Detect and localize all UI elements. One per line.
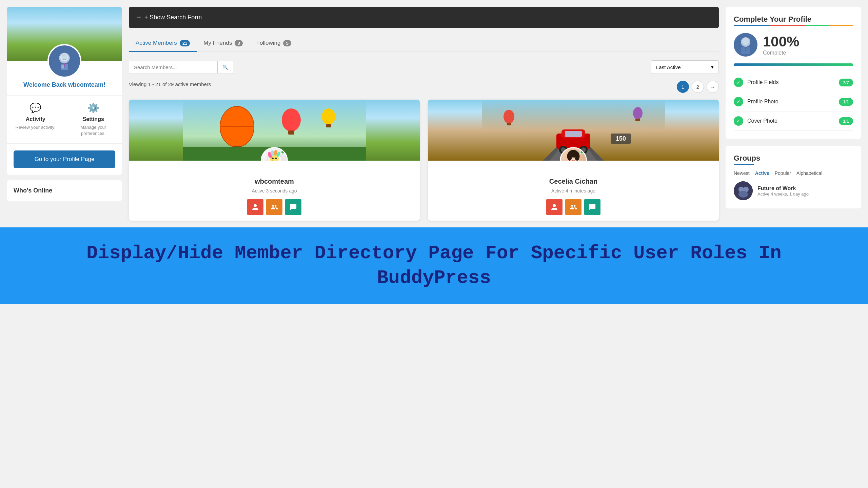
svg-point-49 (567, 152, 572, 161)
completion-text: 100% Complete (763, 34, 799, 56)
left-sidebar: Welcome Back wbcomteam! 💬 Activity Revie… (7, 7, 122, 221)
sort-label: Last Active (656, 64, 681, 70)
activity-icon: 💬 (10, 102, 61, 114)
group-active-1: Active 4 weeks, 1 day ago (757, 191, 809, 197)
group-info-1: Future of Work Active 4 weeks, 1 day ago (757, 185, 809, 197)
check-icon-1: ✓ (734, 78, 743, 87)
members-tabs: Active Members 21 My Friends 3 Following… (129, 35, 719, 52)
groups-tab-popular[interactable]: Popular (775, 170, 791, 176)
groups-tab-newest[interactable]: Newest (734, 170, 750, 176)
active-members-badge: 21 (180, 40, 190, 46)
checklist-cover-photo: ✓ Cover Photo 1/1 (734, 111, 853, 131)
member-name-2: Cecelia Cichan (433, 178, 713, 185)
member-friends-button-1[interactable] (266, 199, 282, 215)
svg-point-27 (275, 158, 277, 160)
checklist-badge-3: 1/1 (839, 117, 853, 125)
tab-my-friends[interactable]: My Friends 3 (197, 35, 249, 52)
checklist-label-3: Cover Photo (747, 118, 777, 124)
goto-profile-button[interactable]: Go to your Profile Page (14, 150, 115, 168)
svg-rect-46 (635, 119, 640, 121)
svg-point-55 (742, 38, 749, 45)
profile-checklist: ✓ Profile Fields 7/7 ✓ Profile Photo 1/1… (734, 73, 853, 131)
search-button[interactable]: 🔍 (217, 61, 233, 73)
member-message-button-2[interactable] (584, 199, 600, 215)
member-active-1: Active 3 seconds ago (134, 188, 414, 194)
member-message-button-1[interactable] (285, 199, 301, 215)
member-name-1: wbcomteam (134, 178, 414, 185)
member-active-2: Active 4 minutes ago (433, 188, 713, 194)
member-card-body-2: Cecelia Cichan Active 4 minutes ago (428, 161, 719, 221)
bottom-banner-text: Display/Hide Member Directory Page For S… (7, 241, 861, 290)
complete-profile-card: Complete Your Profile 100% Complete (726, 7, 861, 139)
svg-point-43 (504, 110, 514, 123)
progress-bar-wrap (734, 63, 853, 66)
svg-rect-18 (326, 124, 331, 127)
tab-following[interactable]: Following 5 (250, 35, 298, 52)
svg-point-51 (571, 157, 572, 158)
member-view-button-2[interactable] (546, 199, 563, 215)
check-icon-2: ✓ (734, 97, 743, 106)
svg-point-50 (575, 152, 580, 161)
activity-desc: Review your activity! (10, 124, 61, 130)
search-input[interactable] (129, 61, 217, 74)
sort-dropdown[interactable]: Last Active ▾ (651, 60, 719, 74)
settings-action[interactable]: ⚙️ Settings Manage your preferences! (65, 96, 122, 143)
members-grid: wbcomteam Active 3 seconds ago (129, 100, 719, 221)
banner-line-1: Display/Hide Member Directory Page For S… (86, 242, 782, 264)
groups-card: Groups Newest Active Popular Alphabetica… (726, 146, 861, 208)
member-cover-1 (129, 100, 420, 161)
checklist-left-3: ✓ Cover Photo (734, 116, 777, 126)
groups-title: Groups (734, 154, 853, 163)
settings-title: Settings (68, 116, 119, 122)
profile-card: Welcome Back wbcomteam! 💬 Activity Revie… (7, 7, 122, 175)
member-friends-button-2[interactable] (565, 199, 581, 215)
search-form-bar[interactable]: + + Show Search Form (129, 7, 719, 28)
groups-tab-active[interactable]: Active (755, 170, 769, 176)
settings-desc: Manage your preferences! (68, 124, 119, 137)
check-icon-3: ✓ (734, 116, 743, 126)
profile-card-body: Welcome Back wbcomteam! 💬 Activity Revie… (7, 61, 122, 175)
viewing-text: Viewing 1 - 21 of 29 active members (129, 81, 211, 87)
filter-bar: 🔍 Last Active ▾ (129, 60, 719, 74)
activity-title: Activity (10, 116, 61, 122)
chevron-down-icon: ▾ (711, 64, 714, 70)
svg-rect-36 (565, 131, 582, 137)
member-card-1: wbcomteam Active 3 seconds ago (129, 100, 420, 221)
member-actions-1 (134, 199, 414, 215)
completion-avatar (734, 33, 757, 57)
complete-profile-title: Complete Your Profile (734, 15, 853, 24)
progress-bar-fill (734, 63, 853, 66)
svg-point-15 (282, 108, 301, 131)
pagination: 1 2 → (677, 81, 719, 93)
checklist-profile-photo: ✓ Profile Photo 1/1 (734, 92, 853, 111)
svg-rect-44 (507, 123, 511, 125)
welcome-text: Welcome Back wbcomteam! (14, 81, 115, 88)
bottom-banner: Display/Hide Member Directory Page For S… (0, 227, 868, 304)
svg-text:150: 150 (616, 135, 626, 142)
my-friends-label: My Friends (203, 40, 232, 46)
plus-icon: + (137, 14, 141, 21)
pagination-next[interactable]: → (707, 81, 719, 93)
svg-rect-16 (288, 130, 294, 135)
profile-avatar-wrap (47, 44, 81, 78)
svg-point-17 (322, 108, 335, 125)
groups-underline (734, 164, 754, 165)
pagination-page-1[interactable]: 1 (677, 81, 689, 93)
pagination-page-2[interactable]: 2 (692, 81, 704, 93)
checklist-profile-fields: ✓ Profile Fields 7/7 (734, 73, 853, 92)
profile-cover (7, 7, 122, 61)
activity-action[interactable]: 💬 Activity Review your activity! (7, 96, 64, 143)
tab-active-members[interactable]: Active Members 21 (129, 35, 197, 52)
member-view-button-1[interactable] (247, 199, 263, 215)
checklist-left-2: ✓ Profile Photo (734, 97, 778, 106)
my-friends-badge: 3 (235, 40, 242, 46)
checklist-badge-1: 7/7 (839, 79, 853, 86)
settings-icon: ⚙️ (68, 102, 119, 114)
whos-online-section: Who's Online (7, 180, 122, 201)
viewing-row: Viewing 1 - 21 of 29 active members 1 2 … (129, 81, 719, 93)
groups-tabs: Newest Active Popular Alphabetical (734, 170, 853, 176)
group-avatar-img-1 (734, 181, 753, 200)
main-content: + + Show Search Form Active Members 21 M… (129, 7, 719, 221)
completion-percent: 100% (763, 34, 799, 50)
groups-tab-alphabetical[interactable]: Alphabetical (796, 170, 822, 176)
